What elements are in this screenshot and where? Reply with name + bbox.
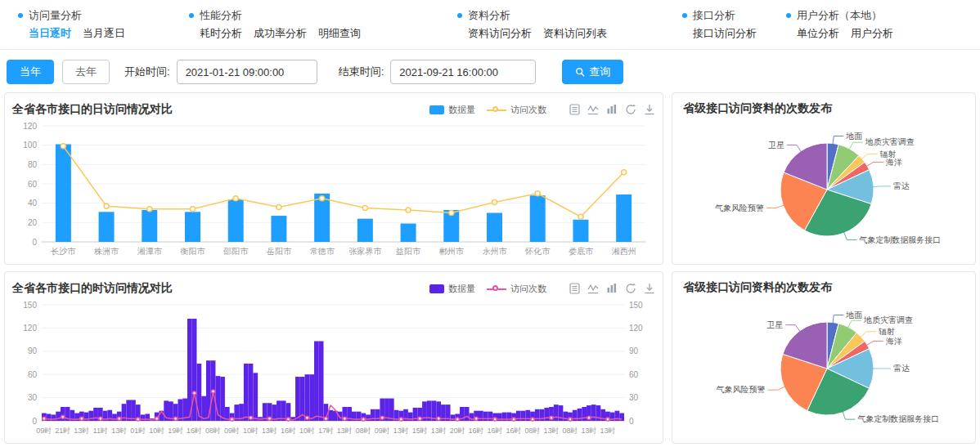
hourly-access-barline-chart[interactable]: 0030306060909012012015015009时21时13时11时13… [12,298,655,439]
end-time-input[interactable] [390,60,536,84]
svg-text:09时: 09时 [36,427,52,435]
chart-toolbox [569,104,655,115]
download-icon[interactable] [644,104,655,115]
svg-text:13时: 13时 [74,427,89,435]
refresh-icon[interactable] [625,104,636,115]
svg-text:09时: 09时 [375,427,390,435]
province-access-pie-chart[interactable]: 地面地质灾害调查辐射海洋雷达气象定制数据服务接口气象风险预警卫星 [680,295,968,439]
chart-legend: 数据量 访问次数 [429,283,546,295]
nav-item-user-analysis[interactable]: 用户分析 [851,26,893,41]
nav-item-data-access-list[interactable]: 资料访问列表 [543,26,607,41]
svg-text:株洲市: 株洲市 [93,247,119,256]
nav-item-month-daily[interactable]: 当月逐日 [83,26,125,41]
bullet-icon [18,13,23,18]
line-chart-icon[interactable] [587,283,599,294]
svg-text:0: 0 [32,417,37,426]
nav-item-success-rate[interactable]: 成功率分析 [254,26,307,41]
bullet-icon [682,13,687,18]
svg-text:17时: 17时 [318,427,334,435]
svg-text:常德市: 常德市 [310,247,335,256]
svg-text:60: 60 [28,370,38,379]
end-time-label: 结束时间: [339,65,384,79]
svg-text:郴州市: 郴州市 [439,247,465,256]
svg-text:90: 90 [629,346,639,355]
bullet-icon [786,13,791,18]
svg-text:海洋: 海洋 [886,337,902,346]
svg-text:80: 80 [28,160,38,169]
download-icon[interactable] [644,283,655,294]
svg-text:90: 90 [28,346,38,355]
nav-group-title: 用户分析（本地） [797,8,882,23]
nav-item-data-access-analysis[interactable]: 资料访问分析 [468,26,532,41]
filter-bar: 当年 去年 开始时间: 结束时间: 查询 [0,50,980,92]
bar-chart-icon[interactable] [606,283,618,294]
svg-text:16时: 16时 [506,427,522,435]
search-button-label: 查询 [589,65,610,79]
svg-text:20时: 20时 [450,427,465,435]
svg-text:气象风险预警: 气象风险预警 [716,385,765,394]
svg-text:13时: 13时 [600,427,615,435]
nav-group-interface: 接口分析 接口访问分析 [682,8,757,44]
data-view-icon[interactable] [569,283,580,294]
search-button[interactable]: 查询 [562,60,623,84]
svg-text:地质灾害调查: 地质灾害调查 [863,315,913,324]
svg-text:怀化市: 怀化市 [524,247,551,256]
nav-item-interface-access-analysis[interactable]: 接口访问分析 [693,26,757,41]
svg-text:30: 30 [28,393,38,402]
nav-item-today-hourly[interactable]: 当日逐时 [29,26,71,41]
svg-text:08时: 08时 [562,427,578,435]
nav-group-title: 接口分析 [693,8,735,23]
svg-text:13时: 13时 [393,427,409,435]
province-access-pie-chart[interactable]: 地面地质灾害调查辐射海洋雷达气象定制数据服务接口气象风险预警卫星 [680,116,968,260]
bullet-icon [457,13,462,18]
svg-text:120: 120 [23,324,37,333]
svg-text:16时: 16时 [281,427,296,435]
data-view-icon[interactable] [569,104,580,115]
start-time-input[interactable] [177,60,317,84]
refresh-icon[interactable] [625,283,636,294]
svg-text:13时: 13时 [337,427,353,435]
svg-text:11时: 11时 [93,427,108,435]
legend-item-databar[interactable]: 数据量 [429,283,475,295]
nav-item-unit-analysis[interactable]: 单位分析 [797,26,839,41]
svg-text:13时: 13时 [431,427,447,435]
svg-text:08时: 08时 [205,427,221,435]
svg-text:01时: 01时 [130,427,146,435]
pie-chart-title: 省级接口访问资料的次数发布 [680,279,968,295]
this-year-button[interactable]: 当年 [7,60,54,84]
svg-text:辐射: 辐射 [879,327,895,336]
top-nav: 访问量分析 当日逐时 当月逐日 性能分析 耗时分析 成功率分析 明细查询 资料分… [0,0,980,50]
bar-swatch-icon [429,284,444,293]
nav-item-detail-query[interactable]: 明细查询 [318,26,361,41]
svg-text:卫星: 卫星 [766,320,783,329]
svg-text:益阳市: 益阳市 [396,247,421,256]
svg-text:40: 40 [28,199,38,208]
svg-text:气象定制数据服务接口: 气象定制数据服务接口 [857,414,939,423]
svg-text:0: 0 [32,238,37,247]
daily-access-barline-chart[interactable]: 020406080100120长沙市株洲市湘潭市衡阳市邵阳市岳阳市常德市张家界市… [12,119,655,260]
svg-text:长沙市: 长沙市 [51,247,76,256]
svg-text:10时: 10时 [243,427,258,435]
svg-text:张家界市: 张家界市 [348,247,382,256]
chart-toolbox [569,283,655,294]
svg-text:10时: 10时 [299,427,315,435]
svg-text:16时: 16时 [187,427,202,435]
svg-text:20: 20 [28,218,38,227]
svg-text:13时: 13时 [581,427,596,435]
legend-item-visitline[interactable]: 访问次数 [487,283,546,295]
svg-text:60: 60 [28,180,38,189]
svg-text:海洋: 海洋 [886,158,902,167]
legend-item-visitline[interactable]: 访问次数 [487,104,546,116]
svg-text:15时: 15时 [412,427,428,435]
line-chart-icon[interactable] [587,104,599,115]
svg-text:地面: 地面 [845,311,862,320]
legend-item-databar[interactable]: 数据量 [429,104,475,116]
last-year-button[interactable]: 去年 [62,60,110,84]
svg-text:雷达: 雷达 [893,364,910,373]
bar-chart-icon[interactable] [606,104,618,115]
svg-text:衡阳市: 衡阳市 [180,247,206,256]
svg-text:气象风险预警: 气象风险预警 [715,203,764,212]
nav-item-time-cost[interactable]: 耗时分析 [200,26,242,41]
svg-text:娄底市: 娄底市 [569,247,594,256]
svg-text:0: 0 [629,417,634,426]
